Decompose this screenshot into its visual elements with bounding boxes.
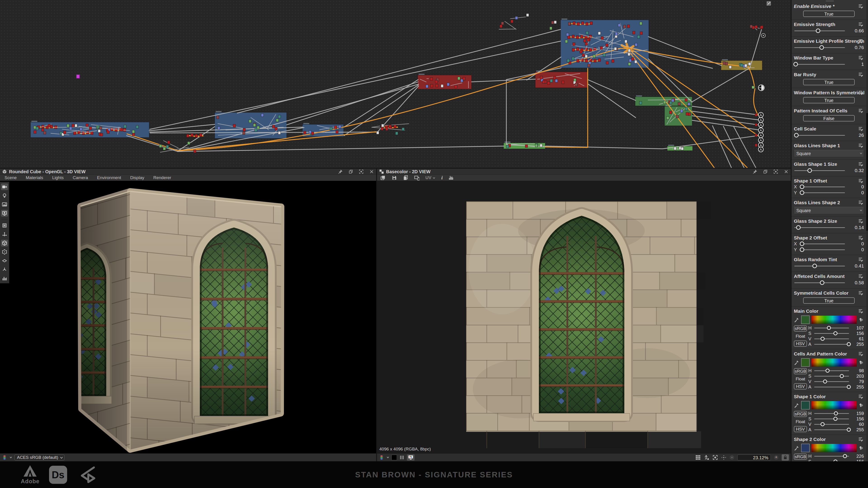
export-refresh-icon[interactable] [414,175,420,180]
vertex-cube-icon[interactable] [1,248,8,255]
slider-knob[interactable] [827,326,831,330]
slider-track[interactable] [794,61,845,68]
grid-icon[interactable] [695,455,701,460]
save-icon[interactable] [392,175,397,180]
histogram-icon[interactable] [1,275,8,282]
slider-track[interactable] [814,368,849,373]
color-mode-srgb[interactable]: sRGB [794,326,807,332]
output-node[interactable] [758,133,763,138]
output-node[interactable] [758,138,763,143]
expression-icon[interactable] [858,178,864,183]
channels-icon[interactable] [2,455,7,460]
translate-icon[interactable] [1,231,8,238]
view2d-viewport[interactable]: 4096 x 4096 (RGBA, 8bpc) [377,181,791,453]
expression-icon[interactable] [858,291,864,296]
hue-spectrum-bar[interactable] [811,401,857,409]
flat-plane-icon[interactable] [1,257,8,264]
color-mode-hsv[interactable]: HSV [794,341,807,347]
fit-view-icon[interactable] [712,455,718,460]
color-mode-float[interactable]: Float [794,376,807,382]
output-node[interactable] [758,112,763,117]
toggle-button[interactable]: True [803,297,855,304]
color-mode-float[interactable]: Float [794,333,807,339]
expression-icon[interactable] [858,274,864,279]
environment-icon[interactable] [1,201,8,208]
hue-spectrum-bar[interactable] [811,316,857,324]
slider-track[interactable] [799,184,845,190]
slider-knob[interactable] [820,337,825,341]
expression-icon[interactable] [858,55,864,60]
hue-spectrum-bar[interactable] [811,444,857,452]
slider-track[interactable] [794,224,845,231]
color-mode-hsv[interactable]: HSV [794,383,807,389]
eyedropper-icon[interactable] [794,402,799,408]
slider-track[interactable] [794,263,845,269]
zoom-level-field[interactable]: 23.12% [737,455,771,460]
close-icon[interactable] [783,1,789,6]
dropdown-glass-lines-shape-2[interactable]: Square [794,207,864,214]
slider-knob[interactable] [807,168,812,173]
expression-icon[interactable] [858,143,864,148]
slider-track[interactable] [814,336,849,341]
expression-icon[interactable] [858,162,864,167]
expression-icon[interactable] [858,394,864,399]
expression-icon[interactable] [858,90,864,95]
color-swatch[interactable] [801,401,810,409]
slider-knob[interactable] [823,379,827,384]
restore-icon[interactable] [348,169,353,174]
slider-track[interactable] [814,427,849,432]
slider-track[interactable] [799,190,845,195]
slider-knob[interactable] [816,29,820,33]
slider-knob[interactable] [820,280,825,285]
color-mode-srgb[interactable]: sRGB [794,454,807,460]
background-color-swatch[interactable] [392,455,397,460]
menu-materials[interactable]: Materials [21,175,48,180]
wireframe-icon[interactable] [1,222,8,229]
toggle-button[interactable]: True [803,79,855,85]
comment-node[interactable] [76,74,80,78]
slider-knob[interactable] [847,428,851,432]
info-icon[interactable]: i [441,175,442,181]
expression-icon[interactable] [858,309,864,314]
perspective-cube-icon[interactable] [1,240,8,246]
view3d-viewport[interactable] [0,181,376,453]
close-icon[interactable] [783,169,789,174]
stripes-icon[interactable] [399,455,405,460]
toggle-button[interactable]: True [803,11,855,17]
expression-icon[interactable] [858,126,864,131]
slider-knob[interactable] [847,342,851,346]
node-graph-canvas[interactable] [0,0,791,168]
slider-knob[interactable] [800,185,804,189]
slider-knob[interactable] [796,225,801,230]
pin-icon[interactable] [752,169,758,174]
expression-icon[interactable] [858,39,864,44]
menu-display[interactable]: Display [126,175,149,180]
panel-grip[interactable] [826,1,834,1]
slider-track[interactable] [814,341,849,347]
copy-image-icon[interactable] [380,175,385,180]
view2d-titlebar[interactable]: Basecolor - 2D VIEW [377,169,791,175]
color-swatch[interactable] [801,315,810,324]
pin-icon[interactable] [338,169,343,174]
menu-camera[interactable]: Camera [68,175,93,180]
slider-knob[interactable] [834,411,838,416]
slider-track[interactable] [814,384,849,390]
pan-actual-size-icon[interactable] [721,455,726,460]
expression-icon[interactable] [858,257,864,262]
slider-track[interactable] [799,241,845,247]
color-mode-srgb[interactable]: sRGB [794,368,807,374]
expression-icon[interactable] [858,437,864,442]
chevron-down-icon[interactable] [9,455,12,459]
channels-icon[interactable] [379,455,384,460]
slider-knob[interactable] [800,242,804,246]
slider-knob[interactable] [843,454,847,458]
hue-spectrum-bar[interactable] [811,359,857,367]
toggle-button[interactable]: True [803,97,855,103]
maximize-icon[interactable] [359,169,364,174]
color-swatch[interactable] [801,444,810,452]
dock-icon[interactable] [775,1,780,6]
slider-track[interactable] [794,132,845,139]
menu-renderer[interactable]: Renderer [149,175,176,180]
slider-knob[interactable] [800,190,804,195]
zoom-in-button[interactable]: + [774,455,778,460]
